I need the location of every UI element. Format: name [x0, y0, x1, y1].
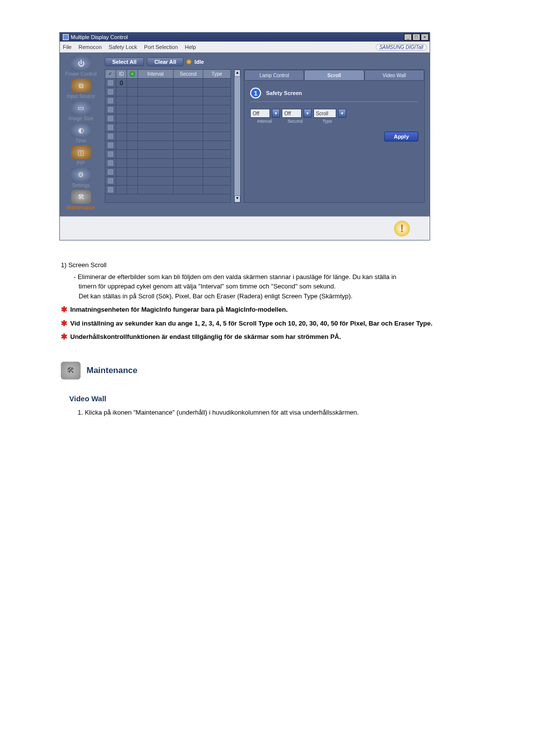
- tab-lamp-control[interactable]: Lamp Control: [244, 70, 304, 81]
- tab-scroll[interactable]: Scroll: [304, 70, 364, 81]
- app-icon: [63, 34, 69, 40]
- sidebar-item-maintenance[interactable]: 🛠 Maintenance: [62, 190, 99, 210]
- idle-indicator-icon: [186, 59, 191, 64]
- row-checkbox[interactable]: [108, 89, 113, 94]
- note-text: Underhållskontrollfunktionen är endast t…: [70, 332, 341, 342]
- col-id: ID: [116, 70, 127, 79]
- row-checkbox[interactable]: [108, 160, 113, 166]
- tab-video-wall[interactable]: Video Wall: [364, 70, 424, 81]
- menu-file[interactable]: File: [63, 44, 72, 50]
- sidebar-item-power-control[interactable]: ⏻ Power Control: [62, 56, 99, 77]
- table-row[interactable]: [105, 123, 230, 132]
- subsection-title: Video Wall: [69, 394, 497, 403]
- close-button[interactable]: ×: [421, 34, 429, 41]
- brand-badge: SAMSUNG DIGITall: [376, 44, 427, 50]
- interval-select[interactable]: Off: [250, 109, 270, 118]
- table-row[interactable]: [105, 105, 230, 114]
- apply-button[interactable]: Apply: [384, 132, 418, 142]
- star-icon: ✱: [61, 319, 67, 329]
- table-header: ID Interval Second Type: [105, 70, 230, 79]
- interval-sublabel: Interval: [250, 119, 279, 124]
- numbered-item: 1. Klicka på ikonen "Maintenance" (under…: [78, 409, 497, 416]
- table-row[interactable]: [105, 186, 230, 194]
- table-row[interactable]: [105, 150, 230, 159]
- maintenance-icon: 🛠: [71, 190, 91, 204]
- menu-remocon[interactable]: Remocon: [79, 44, 102, 50]
- table-scrollbar[interactable]: ▲ ▼: [234, 69, 241, 203]
- chevron-down-icon[interactable]: ▼: [338, 109, 346, 118]
- row-checkbox[interactable]: [108, 116, 113, 121]
- row-checkbox[interactable]: [108, 187, 113, 192]
- menu-safety-lock[interactable]: Safety Lock: [109, 44, 137, 50]
- window-title: Multiple Display Control: [71, 34, 128, 40]
- table-row[interactable]: [105, 159, 230, 168]
- sidebar-label: Image Size: [68, 116, 93, 121]
- menu-port-selection[interactable]: Port Selection: [144, 44, 178, 50]
- row-checkbox[interactable]: [108, 125, 113, 130]
- row-checkbox[interactable]: [108, 142, 113, 148]
- star-icon: ✱: [61, 305, 67, 315]
- sidebar-label: PIP: [77, 160, 85, 166]
- sidebar-label: Time: [76, 138, 87, 143]
- menu-help[interactable]: Help: [185, 44, 196, 50]
- warning-icon: !: [394, 221, 410, 236]
- idle-label: Idle: [194, 59, 204, 65]
- section-header: 🛠 Maintenance: [61, 362, 497, 379]
- app-window: Multiple Display Control _ □ × File Remo…: [59, 32, 430, 240]
- power-status-icon: [130, 71, 135, 77]
- chevron-down-icon[interactable]: ▼: [272, 109, 280, 118]
- table-row[interactable]: [105, 168, 230, 177]
- minimize-button[interactable]: _: [404, 34, 412, 41]
- status-bar: !: [60, 216, 430, 240]
- time-icon: ◐: [71, 123, 91, 137]
- scroll-up-button[interactable]: ▲: [234, 70, 240, 77]
- list-line: timern för upprepad cykel genom att välj…: [61, 282, 497, 291]
- sidebar-item-time[interactable]: ◐ Time: [62, 123, 99, 143]
- scroll-down-button[interactable]: ▼: [234, 195, 240, 202]
- col-second: Second: [174, 70, 203, 79]
- clear-all-button[interactable]: Clear All: [147, 57, 183, 66]
- row-checkbox[interactable]: [108, 178, 113, 184]
- section-title: Maintenance: [87, 366, 137, 376]
- sidebar: ⏻ Power Control ⧉ Input Source ▭ Image S…: [60, 52, 102, 216]
- pip-icon: ◫: [71, 145, 91, 159]
- maximize-button[interactable]: □: [412, 34, 420, 41]
- header-checkbox[interactable]: [108, 71, 113, 77]
- second-select[interactable]: Off: [282, 109, 302, 118]
- menubar: File Remocon Safety Lock Port Selection …: [60, 42, 430, 52]
- table-row[interactable]: [105, 177, 230, 186]
- sidebar-label: Maintenance: [67, 205, 95, 210]
- note-text: Inmatningsenheten för MagicInfo fungerar…: [70, 305, 288, 315]
- row-checkbox[interactable]: [108, 98, 113, 103]
- window-controls: _ □ ×: [404, 34, 429, 41]
- row-checkbox[interactable]: [108, 151, 113, 157]
- chevron-down-icon[interactable]: ▼: [304, 109, 312, 118]
- table-row[interactable]: 0: [105, 79, 230, 88]
- type-select[interactable]: Scroll: [313, 109, 336, 118]
- titlebar: Multiple Display Control _ □ ×: [60, 33, 430, 42]
- row-checkbox[interactable]: [108, 80, 113, 86]
- sidebar-item-input-source[interactable]: ⧉ Input Source: [62, 79, 99, 99]
- power-icon: ⏻: [71, 56, 91, 70]
- list-number: 1): [61, 261, 67, 269]
- select-all-button[interactable]: Select All: [105, 57, 144, 66]
- row-checkbox[interactable]: [108, 134, 113, 139]
- maintenance-icon: 🛠: [61, 362, 81, 379]
- col-type: Type: [203, 70, 230, 79]
- table-row[interactable]: [105, 132, 230, 141]
- sidebar-label: Input Source: [67, 94, 95, 99]
- sidebar-item-image-size[interactable]: ▭ Image Size: [62, 101, 99, 121]
- note-text: Vid inställning av sekunder kan du ange …: [70, 319, 433, 329]
- table-row[interactable]: [105, 141, 230, 150]
- sidebar-label: Power Control: [65, 71, 96, 77]
- sidebar-item-pip[interactable]: ◫ PIP: [62, 145, 99, 166]
- row-checkbox[interactable]: [108, 107, 113, 112]
- col-power: [127, 70, 138, 79]
- table-row[interactable]: [105, 96, 230, 105]
- list-title: Screen Scroll: [68, 261, 106, 269]
- sidebar-item-settings[interactable]: ⚙ Settings: [62, 168, 99, 188]
- row-checkbox[interactable]: [108, 169, 113, 175]
- table-row[interactable]: [105, 88, 230, 96]
- table-row[interactable]: [105, 114, 230, 123]
- doc-body: 1) Screen Scroll - Eliminerar de efterbi…: [61, 260, 497, 342]
